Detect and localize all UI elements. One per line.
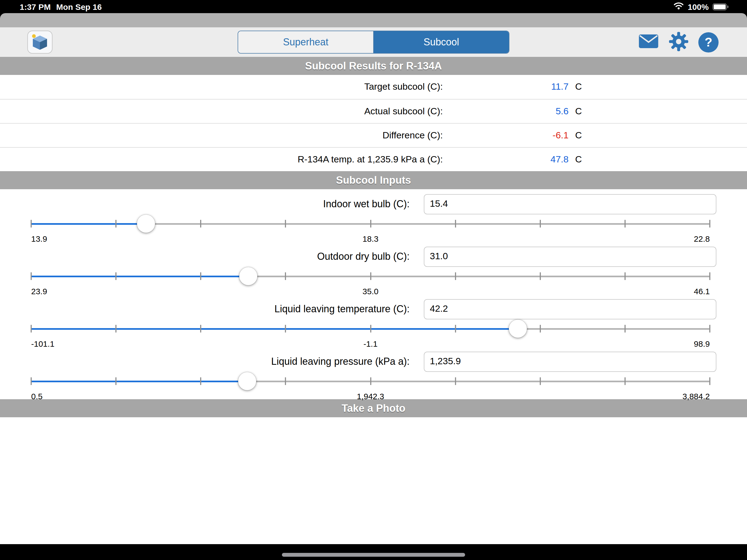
battery-icon [713,3,728,10]
slider-tick [709,325,711,332]
slider-max-label: 46.1 [694,286,710,296]
slider-ticks [31,371,710,391]
window-top-band [0,13,747,27]
slider-tick [31,220,32,228]
slider-ticks [31,266,710,286]
slider-tick [31,377,32,385]
outdoor-dry-bulb-input[interactable] [424,246,716,266]
slider-tick [709,272,711,280]
toolbar-icons: ? [638,27,719,57]
slider-tick [624,272,626,280]
input-group-indoor-wet-bulb: Indoor wet bulb (C): 13.9 18.3 22.8 [0,189,747,242]
result-label: R-134A temp. at 1,235.9 kPa a (C): [298,154,443,165]
field-label: Liquid leaving temperature (C): [275,303,410,315]
liquid-leaving-temperature-slider-thumb[interactable] [509,320,527,338]
slider-tick [455,220,456,228]
slider-tick [200,325,202,332]
take-a-photo-header[interactable]: Take a Photo [0,399,747,417]
slider-scale-labels: -101.1 -1.1 98.9 [31,339,710,348]
status-right: 100% [673,2,728,11]
slider-tick [540,272,541,280]
settings-button[interactable] [668,31,689,53]
liquid-leaving-temperature-input[interactable] [424,299,716,319]
result-unit: C [575,106,582,117]
slider-max-label: 3,884.2 [682,391,710,401]
mail-button[interactable] [638,34,659,50]
slider-scale-labels: 13.9 18.3 22.8 [31,234,710,243]
status-date: Mon Sep 16 [56,2,102,11]
slider-tick [285,377,286,385]
result-value: -6.1 [443,130,568,141]
slider-tick [540,325,541,332]
status-left: 1:37 PMMon Sep 16 [20,2,107,11]
app-cube-icon [30,33,50,51]
mode-segmented-control: Superheat Subcool [238,31,509,54]
bottom-bar [0,544,747,560]
result-unit: C [575,130,582,141]
status-time: 1:37 PM [20,2,51,11]
slider-tick [370,377,371,385]
results-table: Target subcool (C): 11.7 C Actual subcoo… [0,75,747,171]
slider-min-label: 23.9 [31,286,47,296]
slider-tick [624,325,626,332]
slider-tick [31,325,32,332]
help-button[interactable]: ? [698,32,719,52]
slider-tick [115,377,117,385]
battery-percent: 100% [688,2,709,11]
slider-tick [709,377,711,385]
tab-superheat[interactable]: Superheat [238,31,373,53]
app-logo [27,31,52,54]
slider-tick [709,220,711,228]
field-label: Outdoor dry bulb (C): [317,251,410,262]
status-bar: 1:37 PMMon Sep 16 100% [0,0,747,13]
result-label: Actual subcool (C): [364,106,443,117]
slider-tick [455,325,456,332]
liquid-leaving-pressure-slider[interactable] [31,371,710,391]
outdoor-dry-bulb-slider[interactable] [31,266,710,286]
home-indicator[interactable] [282,553,465,557]
result-unit: C [575,81,582,93]
result-unit: C [575,154,582,165]
result-row: Actual subcool (C): 5.6 C [0,99,747,123]
liquid-leaving-pressure-slider-thumb[interactable] [238,372,256,390]
result-row: R-134A temp. at 1,235.9 kPa a (C): 47.8 … [0,147,747,171]
result-label: Difference (C): [383,130,443,141]
indoor-wet-bulb-slider-thumb[interactable] [137,215,155,233]
slider-tick [285,325,286,332]
slider-ticks [31,214,710,233]
field-label: Liquid leaving pressure (kPa a): [271,356,410,367]
slider-mid-label: -1.1 [363,339,378,348]
slider-mid-label: 18.3 [363,234,379,244]
result-value: 11.7 [443,81,568,93]
slider-min-label: 13.9 [31,234,47,244]
slider-tick [540,220,541,228]
slider-tick [115,325,117,332]
inputs-panel: Indoor wet bulb (C): 13.9 18.3 22.8 Outd… [0,189,747,399]
slider-tick [455,377,456,385]
result-value: 47.8 [443,154,568,165]
slider-tick [115,220,117,228]
slider-ticks [31,319,710,338]
slider-tick [624,220,626,228]
input-group-liquid-leaving-temperature: Liquid leaving temperature (C): -101.1 -… [0,294,747,347]
slider-max-label: 22.8 [694,234,710,244]
indoor-wet-bulb-slider[interactable] [31,214,710,233]
slider-scale-labels: 0.5 1,942.3 3,884.2 [31,391,710,400]
photo-area [0,417,747,544]
screen: 1:37 PMMon Sep 16 100% [0,0,747,560]
indoor-wet-bulb-input[interactable] [424,194,716,214]
slider-tick [200,377,202,385]
slider-tick [200,272,202,280]
outdoor-dry-bulb-slider-thumb[interactable] [239,267,257,285]
result-label: Target subcool (C): [364,81,443,93]
liquid-leaving-temperature-slider[interactable] [31,319,710,338]
slider-min-label: 0.5 [31,391,43,401]
slider-tick [370,220,371,228]
question-mark-icon: ? [698,32,719,52]
tab-subcool[interactable]: Subcool [373,31,509,53]
liquid-leaving-pressure-input[interactable] [424,351,716,372]
slider-tick [370,325,371,332]
slider-tick [370,272,371,280]
input-group-outdoor-dry-bulb: Outdoor dry bulb (C): 23.9 35.0 46.1 [0,242,747,294]
toolbar: Superheat Subcool [0,27,747,57]
